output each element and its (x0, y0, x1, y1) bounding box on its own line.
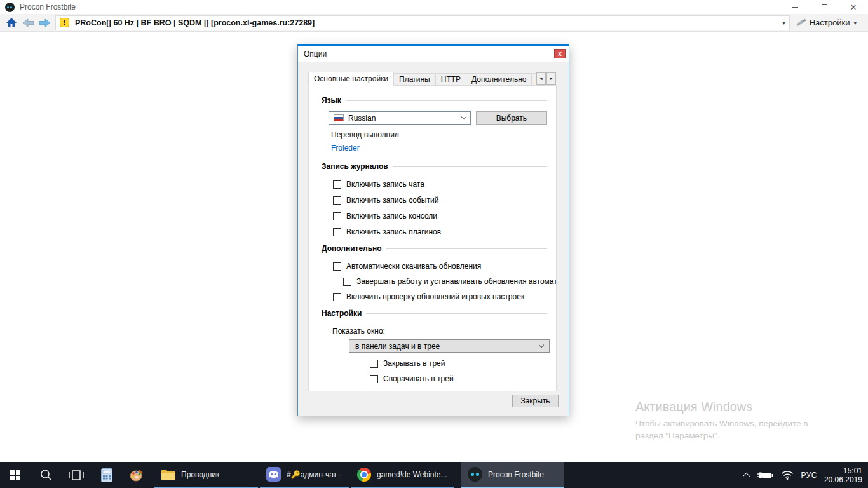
checkbox[interactable] (333, 212, 341, 220)
search-button[interactable] (31, 462, 61, 488)
close-button[interactable]: ✕ (839, 0, 868, 14)
show-window-select[interactable]: в панели задач и в трее (349, 339, 550, 353)
russia-flag-icon (334, 114, 344, 121)
battery-charging-icon[interactable] (757, 470, 774, 480)
clock[interactable]: 15:01 20.06.2019 (824, 466, 862, 484)
forward-arrow-icon (39, 18, 50, 27)
settings-caret-icon: ▾ (853, 20, 857, 26)
group-divider (393, 166, 547, 167)
procon-icon (468, 467, 482, 482)
checkbox[interactable] (333, 196, 341, 205)
tab-page-main-settings: Язык Russian Выбрать Перевод выполнил Fr… (308, 85, 557, 391)
main-toolbar: ! PRoCon[| 60 Hz | BF BRO | SQDM |] [pro… (0, 14, 868, 32)
back-arrow-icon (23, 18, 34, 27)
language-select[interactable]: Russian (329, 111, 471, 125)
checkbox-row-auto-install[interactable]: Завершать работу и устанавливать обновле… (343, 277, 547, 286)
language-row: Russian Выбрать (329, 111, 547, 125)
discord-icon (266, 467, 281, 482)
group-header-additional: Дополнительно (322, 244, 547, 253)
checkbox[interactable] (343, 278, 351, 286)
minimize-button[interactable] (780, 0, 810, 14)
taskbar: Проводник #🔑админ-чат - Di... gamed!de W… (0, 462, 868, 488)
group-title: Настройки (322, 309, 362, 318)
watermark-line: Чтобы активировать Windows, перейдите в (635, 417, 849, 430)
checkbox-row-chat-log[interactable]: Включить запись чата (333, 180, 547, 189)
settings-menu-button[interactable]: Настройки ▾ (796, 18, 857, 28)
choose-language-button[interactable]: Выбрать (476, 111, 547, 125)
calculator-icon (101, 468, 112, 482)
home-button[interactable] (3, 15, 20, 30)
minimize-icon (792, 7, 798, 8)
start-button[interactable] (0, 462, 31, 488)
paint-button[interactable] (122, 462, 153, 488)
screen: Procon Frostbite ✕ ! PRoCon[| 60 Hz | BF… (0, 0, 868, 488)
watermark-line: раздел "Параметры". (635, 430, 849, 442)
tray-time: 15:01 (824, 466, 862, 475)
tray-date: 20.06.2019 (824, 475, 862, 484)
server-combo-caret-icon[interactable]: ▾ (777, 20, 785, 26)
folder-icon (161, 469, 175, 480)
chevron-down-icon (461, 114, 466, 119)
checkbox[interactable] (370, 375, 378, 383)
task-view-icon (69, 470, 84, 481)
taskbar-button-chrome[interactable]: gamed!de Webinte... (351, 462, 454, 488)
checkbox-row-events-log[interactable]: Включить запись событий (333, 196, 547, 205)
wifi-icon[interactable] (781, 470, 794, 480)
group-title: Запись журналов (322, 162, 388, 171)
screwdriver-icon (796, 18, 806, 28)
tray-overflow-chevron-icon[interactable] (743, 472, 750, 479)
group-header-settings: Настройки (322, 309, 547, 318)
chevron-down-icon (539, 342, 544, 348)
calculator-button[interactable] (92, 462, 122, 488)
settings-label: Настройки (810, 18, 850, 27)
forward-button[interactable] (36, 15, 53, 30)
group-divider (366, 313, 547, 314)
checkbox[interactable] (333, 228, 341, 236)
server-selector-combobox[interactable]: ! PRoCon[| 60 Hz | BF BRO | SQDM |] [pro… (55, 15, 790, 30)
checkbox-row-plugins-log[interactable]: Включить запись плагинов (333, 227, 547, 236)
system-tray: РУС 15:01 20.06.2019 (745, 462, 868, 488)
tab-scroll-buttons: ◄ ► (536, 72, 556, 85)
tab-http[interactable]: HTTP (436, 73, 466, 86)
keyboard-language-indicator[interactable]: РУС (801, 471, 817, 480)
toolbar-grip (862, 17, 862, 29)
tab-main-settings[interactable]: Основные настройки (308, 72, 394, 86)
checkbox-row-close-to-tray[interactable]: Закрывать в трей (370, 359, 547, 368)
dialog-title: Опции (304, 50, 327, 58)
app-title: Procon Frostbite (20, 3, 76, 11)
task-view-button[interactable] (61, 462, 92, 488)
checkbox[interactable] (333, 180, 341, 189)
checkbox-row-check-game-updates[interactable]: Включить проверку обновлений игровых нас… (333, 292, 547, 301)
main-area: Опции x Основные настройки Плагины HTTP … (0, 32, 868, 462)
checkbox[interactable] (370, 360, 378, 368)
windows-activation-watermark: Активация Windows Чтобы активировать Win… (635, 400, 849, 442)
group-title: Язык (322, 96, 341, 105)
taskbar-button-procon[interactable]: Procon Frostbite (461, 462, 564, 488)
checkbox-row-console-log[interactable]: Включить запись консоли (333, 212, 547, 220)
close-icon: ✕ (850, 3, 857, 12)
procon-app-icon (5, 3, 15, 12)
dialog-titlebar[interactable]: Опции x (298, 46, 569, 62)
search-icon (39, 469, 52, 482)
tab-additional[interactable]: Дополнительно (466, 73, 532, 86)
checkbox-row-auto-download[interactable]: Автоматически скачивать обновления (333, 262, 547, 271)
checkbox-row-minimize-to-tray[interactable]: Сворачивать в трей (370, 374, 547, 383)
translator-link[interactable]: Froleder (331, 144, 360, 152)
checkbox[interactable] (333, 293, 341, 301)
back-button[interactable] (20, 15, 36, 30)
restore-button[interactable] (810, 0, 839, 14)
tab-plugins[interactable]: Плагины (394, 73, 436, 86)
checkbox[interactable] (333, 262, 341, 271)
tab-scroll-right-button[interactable]: ► (546, 72, 556, 85)
app-titlebar: Procon Frostbite ✕ (0, 0, 868, 14)
group-header-logging: Запись журналов (322, 162, 547, 171)
dialog-tabstrip: Основные настройки Плагины HTTP Дополнит… (308, 72, 557, 86)
group-divider (386, 248, 547, 249)
tab-scroll-left-button[interactable]: ◄ (536, 72, 546, 85)
dialog-close-button[interactable]: x (554, 49, 566, 58)
dialog-close-footer-button[interactable]: Закрыть (512, 395, 559, 407)
taskbar-button-explorer[interactable]: Проводник (154, 462, 258, 488)
taskbar-button-discord[interactable]: #🔑админ-чат - Di... (260, 462, 349, 488)
watermark-title: Активация Windows (635, 400, 849, 414)
show-window-label: Показать окно: (332, 327, 547, 336)
